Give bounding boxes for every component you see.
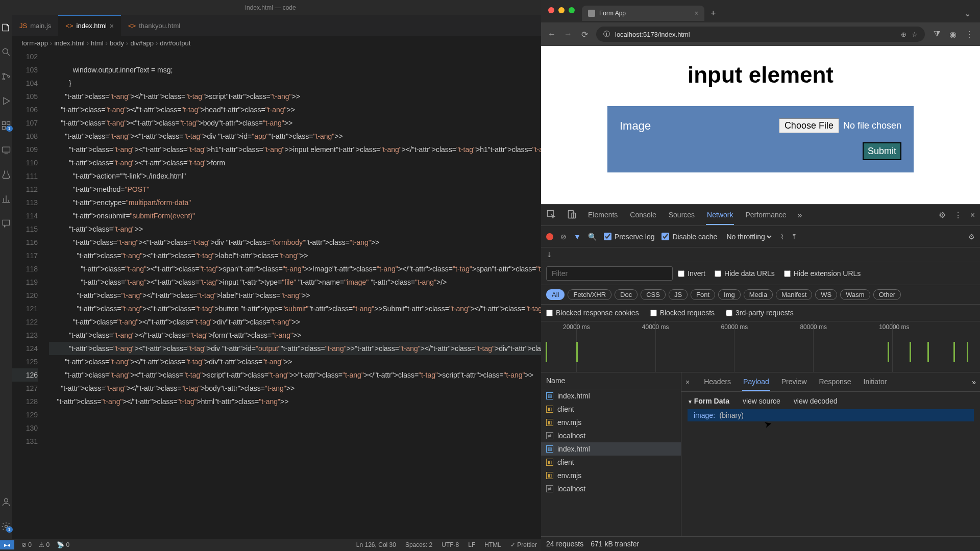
remote-explorer-icon[interactable] — [0, 144, 12, 156]
menu-icon[interactable]: ⋮ — [965, 30, 974, 39]
devtools-settings-icon[interactable]: ⚙ — [939, 210, 946, 220]
detail-tab-headers[interactable]: Headers — [703, 373, 732, 391]
filter-icon[interactable]: ▼ — [574, 233, 581, 241]
forward-icon[interactable]: → — [564, 30, 573, 39]
settings-icon[interactable]: 1 — [0, 520, 12, 533]
extensions-icon[interactable]: 1 — [0, 119, 12, 132]
url-bar[interactable]: ⓘ localhost:5173/index.html ⊕ ☆ — [596, 27, 925, 42]
editor-tab[interactable]: <>index.html× — [58, 15, 121, 36]
errors-count[interactable]: ⊘ 0 — [21, 541, 32, 548]
detail-tab-initiator[interactable]: Initiator — [863, 373, 888, 391]
hide-data-urls-checkbox[interactable]: Hide data URLs — [715, 269, 775, 278]
encoding-info[interactable]: UTF-8 — [442, 541, 459, 548]
filter-input[interactable] — [546, 266, 673, 281]
choose-file-button[interactable]: Choose File — [779, 118, 839, 133]
blocked-requests-checkbox[interactable]: Blocked requests — [650, 309, 715, 317]
indent-info[interactable]: Spaces: 2 — [405, 541, 432, 548]
filter-chip-manifest[interactable]: Manifest — [776, 289, 812, 300]
import-icon[interactable]: ⤒ — [791, 233, 797, 241]
network-settings-icon[interactable]: ⚙ — [968, 233, 975, 241]
tab-dropdown-icon[interactable]: ⌄ — [964, 9, 971, 18]
form-data-title[interactable]: Form Data — [688, 397, 729, 405]
filter-chip-media[interactable]: Media — [744, 289, 773, 300]
filter-chip-fetch-xhr[interactable]: Fetch/XHR — [568, 289, 611, 300]
devtools-tab-sources[interactable]: Sources — [668, 206, 696, 225]
request-row[interactable]: ◧env.mjs — [541, 469, 681, 482]
network-conditions-icon[interactable]: ⌇ — [780, 233, 784, 241]
request-row[interactable]: ◧client — [541, 403, 681, 416]
form-data-row[interactable]: image: (binary) — [688, 409, 974, 421]
back-icon[interactable]: ← — [547, 30, 556, 39]
close-window-icon[interactable] — [548, 7, 554, 13]
breadcrumb-item[interactable]: div#app — [130, 39, 154, 47]
profile-icon[interactable]: ◉ — [948, 30, 958, 39]
submit-button[interactable]: Submit — [863, 142, 901, 160]
reload-icon[interactable]: ⟳ — [580, 30, 589, 39]
breadcrumb-item[interactable]: index.html — [54, 39, 84, 47]
files-icon[interactable] — [0, 21, 12, 34]
testing-icon[interactable] — [0, 168, 12, 181]
zoom-icon[interactable]: ⊕ — [901, 31, 906, 38]
breadcrumb-item[interactable]: div#output — [160, 39, 190, 47]
devtools-close-icon[interactable]: × — [970, 211, 975, 220]
comment-icon[interactable] — [0, 217, 12, 230]
editor-tab[interactable]: JSmain.js — [12, 15, 58, 36]
device-icon[interactable] — [567, 209, 577, 221]
blocked-response-cookies-checkbox[interactable]: Blocked response cookies — [546, 309, 639, 317]
prettier-status[interactable]: ✓ Prettier — [510, 541, 537, 548]
filter-chip-other[interactable]: Other — [873, 289, 901, 300]
clear-icon[interactable]: ⊘ — [560, 233, 567, 241]
filter-chip-js[interactable]: JS — [669, 289, 688, 300]
account-icon[interactable] — [0, 496, 12, 508]
name-column-header[interactable]: Name — [541, 372, 681, 389]
request-row[interactable]: ◧client — [541, 456, 681, 469]
devtools-tab-performance[interactable]: Performance — [744, 206, 787, 225]
request-row[interactable]: ▤index.html — [541, 442, 681, 456]
new-tab-icon[interactable]: + — [710, 8, 716, 19]
lang-mode[interactable]: HTML — [484, 541, 501, 548]
site-info-icon[interactable]: ⓘ — [603, 30, 610, 39]
filter-chip-ws[interactable]: WS — [815, 289, 837, 300]
invert-checkbox[interactable]: Invert — [678, 269, 705, 278]
request-row[interactable]: ▤index.html — [541, 389, 681, 403]
filter-chip-css[interactable]: CSS — [641, 289, 666, 300]
breadcrumb-item[interactable]: form-app — [21, 39, 48, 47]
inspect-icon[interactable] — [546, 209, 556, 221]
close-tab-icon[interactable]: × — [695, 10, 698, 17]
maximize-window-icon[interactable] — [569, 7, 575, 13]
filter-chip-font[interactable]: Font — [691, 289, 715, 300]
eol-info[interactable]: LF — [468, 541, 475, 548]
request-row[interactable]: ⇄localhost — [541, 429, 681, 442]
download-icon[interactable]: ⤓ — [546, 251, 552, 259]
port-count[interactable]: 📡 0 — [57, 541, 69, 548]
filter-chip-doc[interactable]: Doc — [615, 289, 638, 300]
request-row[interactable]: ◧env.mjs — [541, 416, 681, 429]
devtools-tab-console[interactable]: Console — [629, 206, 657, 225]
view-decoded-link[interactable]: view decoded — [794, 397, 838, 405]
view-source-link[interactable]: view source — [743, 397, 780, 405]
breadcrumb-item[interactable]: body — [110, 39, 124, 47]
search-icon[interactable] — [0, 46, 12, 58]
scm-icon[interactable] — [0, 70, 12, 83]
extensions-icon[interactable]: ⧩ — [932, 30, 941, 39]
detail-tab-response[interactable]: Response — [818, 373, 852, 391]
hide-extension-urls-checkbox[interactable]: Hide extension URLs — [784, 269, 861, 278]
more-panels-icon[interactable]: » — [798, 211, 802, 220]
close-detail-icon[interactable]: × — [685, 378, 690, 386]
cursor-pos[interactable]: Ln 126, Col 30 — [356, 541, 396, 548]
disable-cache-checkbox[interactable]: Disable cache — [662, 233, 717, 241]
detail-tab-preview[interactable]: Preview — [780, 373, 808, 391]
close-tab-icon[interactable]: × — [110, 22, 114, 30]
editor-tab[interactable]: <>thankyou.html — [121, 15, 187, 36]
network-timeline[interactable]: 20000 ms40000 ms60000 ms80000 ms100000 m… — [541, 321, 980, 372]
filter-chip-img[interactable]: Img — [718, 289, 741, 300]
request-row[interactable]: ⇄localhost — [541, 482, 681, 495]
warnings-count[interactable]: ⚠ 0 — [39, 541, 50, 548]
graph-icon[interactable] — [0, 193, 12, 205]
3rd-party-requests-checkbox[interactable]: 3rd-party requests — [726, 309, 794, 317]
devtools-tab-network[interactable]: Network — [706, 206, 734, 225]
detail-tab-payload[interactable]: Payload — [742, 373, 770, 391]
preserve-log-checkbox[interactable]: Preserve log — [604, 233, 655, 241]
minimize-window-icon[interactable] — [558, 7, 565, 13]
devtools-tab-elements[interactable]: Elements — [587, 206, 619, 225]
